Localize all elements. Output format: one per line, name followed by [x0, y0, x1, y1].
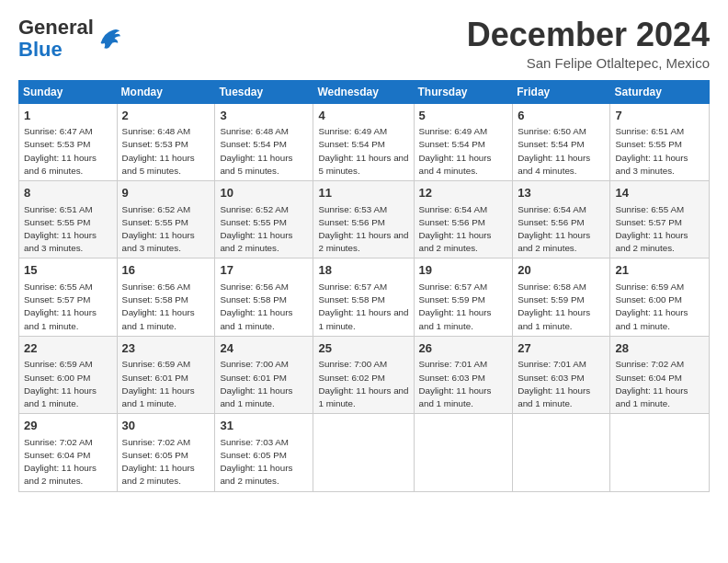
day-number: 21 — [615, 262, 704, 279]
calendar-cell: 21 Sunrise: 6:59 AMSunset: 6:00 PMDaylig… — [610, 259, 710, 336]
cell-info: Sunrise: 6:52 AMSunset: 5:55 PMDaylight:… — [220, 204, 292, 254]
day-number: 13 — [518, 185, 605, 201]
day-number: 27 — [518, 340, 605, 357]
weekday-header: Monday — [117, 80, 215, 103]
cell-info: Sunrise: 6:54 AMSunset: 5:56 PMDaylight:… — [518, 204, 590, 254]
day-number: 22 — [24, 340, 112, 357]
calendar-cell: 3 Sunrise: 6:48 AMSunset: 5:54 PMDayligh… — [215, 103, 313, 180]
calendar-cell: 13 Sunrise: 6:54 AMSunset: 5:56 PMDaylig… — [513, 181, 610, 259]
calendar-cell: 20 Sunrise: 6:58 AMSunset: 5:59 PMDaylig… — [513, 259, 610, 336]
cell-info: Sunrise: 7:02 AMSunset: 6:04 PMDaylight:… — [24, 437, 97, 487]
day-number: 9 — [122, 185, 210, 201]
calendar-cell: 22 Sunrise: 6:59 AMSunset: 6:00 PMDaylig… — [19, 336, 118, 413]
day-number: 3 — [220, 108, 308, 124]
day-number: 26 — [419, 340, 508, 357]
cell-info: Sunrise: 7:03 AMSunset: 6:05 PMDaylight:… — [220, 437, 292, 487]
day-number: 15 — [24, 262, 112, 279]
calendar-cell — [513, 414, 610, 491]
calendar-cell: 12 Sunrise: 6:54 AMSunset: 5:56 PMDaylig… — [414, 181, 513, 259]
day-number: 28 — [615, 340, 704, 357]
calendar-cell — [313, 414, 414, 491]
logo-line1: General — [18, 17, 94, 39]
day-number: 25 — [318, 340, 408, 357]
day-number: 8 — [24, 185, 112, 201]
day-number: 16 — [122, 262, 210, 279]
calendar-cell — [414, 414, 513, 491]
calendar-cell: 29 Sunrise: 7:02 AMSunset: 6:04 PMDaylig… — [19, 414, 118, 491]
calendar-table: SundayMondayTuesdayWednesdayThursdayFrid… — [18, 80, 710, 492]
day-number: 30 — [122, 418, 210, 434]
calendar-cell: 14 Sunrise: 6:55 AMSunset: 5:57 PMDaylig… — [610, 181, 710, 259]
cell-info: Sunrise: 6:48 AMSunset: 5:53 PMDaylight:… — [122, 126, 195, 176]
cell-info: Sunrise: 7:01 AMSunset: 6:03 PMDaylight:… — [518, 359, 590, 408]
day-number: 12 — [419, 185, 508, 201]
calendar-week-row: 8 Sunrise: 6:51 AMSunset: 5:55 PMDayligh… — [19, 181, 710, 259]
calendar-cell: 30 Sunrise: 7:02 AMSunset: 6:05 PMDaylig… — [117, 414, 215, 491]
cell-info: Sunrise: 7:01 AMSunset: 6:03 PMDaylight:… — [419, 359, 492, 408]
logo-area: General Blue — [18, 17, 121, 61]
page: General Blue December 2024 San Felipe Ot… — [0, 0, 728, 501]
calendar-cell: 2 Sunrise: 6:48 AMSunset: 5:53 PMDayligh… — [117, 103, 215, 180]
calendar-week-row: 1 Sunrise: 6:47 AMSunset: 5:53 PMDayligh… — [19, 103, 710, 180]
calendar-cell: 7 Sunrise: 6:51 AMSunset: 5:55 PMDayligh… — [610, 103, 710, 180]
day-number: 14 — [615, 185, 704, 201]
calendar-cell: 24 Sunrise: 7:00 AMSunset: 6:01 PMDaylig… — [215, 336, 313, 413]
calendar-cell: 8 Sunrise: 6:51 AMSunset: 5:55 PMDayligh… — [19, 181, 118, 259]
day-number: 2 — [122, 108, 210, 124]
weekday-header: Wednesday — [313, 80, 414, 103]
day-number: 19 — [419, 262, 508, 279]
day-number: 17 — [220, 262, 308, 279]
cell-info: Sunrise: 6:55 AMSunset: 5:57 PMDaylight:… — [615, 204, 688, 254]
calendar-cell: 18 Sunrise: 6:57 AMSunset: 5:58 PMDaylig… — [313, 259, 414, 336]
calendar-cell: 11 Sunrise: 6:53 AMSunset: 5:56 PMDaylig… — [313, 181, 414, 259]
weekday-header: Saturday — [610, 80, 710, 103]
cell-info: Sunrise: 6:54 AMSunset: 5:56 PMDaylight:… — [419, 204, 492, 254]
cell-info: Sunrise: 6:51 AMSunset: 5:55 PMDaylight:… — [615, 126, 688, 176]
weekday-header: Friday — [513, 80, 610, 103]
cell-info: Sunrise: 6:51 AMSunset: 5:55 PMDaylight:… — [24, 204, 97, 254]
calendar-cell: 25 Sunrise: 7:00 AMSunset: 6:02 PMDaylig… — [313, 336, 414, 413]
cell-info: Sunrise: 6:57 AMSunset: 5:58 PMDaylight:… — [318, 282, 408, 331]
day-number: 5 — [419, 108, 508, 124]
location-title: San Felipe Otlaltepec, Mexico — [467, 55, 710, 71]
calendar-cell: 9 Sunrise: 6:52 AMSunset: 5:55 PMDayligh… — [117, 181, 215, 259]
cell-info: Sunrise: 6:57 AMSunset: 5:59 PMDaylight:… — [419, 282, 492, 331]
weekday-header: Thursday — [414, 80, 513, 103]
cell-info: Sunrise: 6:47 AMSunset: 5:53 PMDaylight:… — [24, 126, 97, 176]
day-number: 7 — [615, 108, 704, 124]
cell-info: Sunrise: 7:02 AMSunset: 6:04 PMDaylight:… — [615, 359, 688, 408]
calendar-week-row: 15 Sunrise: 6:55 AMSunset: 5:57 PMDaylig… — [19, 259, 710, 336]
calendar-cell: 23 Sunrise: 6:59 AMSunset: 6:01 PMDaylig… — [117, 336, 215, 413]
weekday-header: Sunday — [19, 80, 118, 103]
cell-info: Sunrise: 6:52 AMSunset: 5:55 PMDaylight:… — [122, 204, 195, 254]
cell-info: Sunrise: 6:48 AMSunset: 5:54 PMDaylight:… — [220, 126, 292, 176]
logo-text: General Blue — [18, 17, 94, 61]
weekday-header: Tuesday — [215, 80, 313, 103]
title-area: December 2024 San Felipe Otlaltepec, Mex… — [467, 17, 710, 71]
calendar-cell: 16 Sunrise: 6:56 AMSunset: 5:58 PMDaylig… — [117, 259, 215, 336]
cell-info: Sunrise: 7:00 AMSunset: 6:02 PMDaylight:… — [318, 359, 408, 408]
day-number: 18 — [318, 262, 408, 279]
day-number: 11 — [318, 185, 408, 201]
day-number: 23 — [122, 340, 210, 357]
calendar-cell: 1 Sunrise: 6:47 AMSunset: 5:53 PMDayligh… — [19, 103, 118, 180]
logo-line2: Blue — [18, 39, 94, 61]
logo-bird-icon — [96, 26, 121, 52]
cell-info: Sunrise: 7:00 AMSunset: 6:01 PMDaylight:… — [220, 359, 292, 408]
calendar-week-row: 22 Sunrise: 6:59 AMSunset: 6:00 PMDaylig… — [19, 336, 710, 413]
cell-info: Sunrise: 6:53 AMSunset: 5:56 PMDaylight:… — [318, 204, 408, 254]
cell-info: Sunrise: 6:58 AMSunset: 5:59 PMDaylight:… — [518, 282, 590, 331]
cell-info: Sunrise: 6:49 AMSunset: 5:54 PMDaylight:… — [318, 126, 408, 176]
cell-info: Sunrise: 6:50 AMSunset: 5:54 PMDaylight:… — [518, 126, 590, 176]
cell-info: Sunrise: 6:56 AMSunset: 5:58 PMDaylight:… — [122, 282, 195, 331]
calendar-cell: 4 Sunrise: 6:49 AMSunset: 5:54 PMDayligh… — [313, 103, 414, 180]
day-number: 6 — [518, 108, 605, 124]
calendar-week-row: 29 Sunrise: 7:02 AMSunset: 6:04 PMDaylig… — [19, 414, 710, 491]
day-number: 29 — [24, 418, 112, 434]
calendar-cell — [610, 414, 710, 491]
calendar-cell: 26 Sunrise: 7:01 AMSunset: 6:03 PMDaylig… — [414, 336, 513, 413]
calendar-cell: 28 Sunrise: 7:02 AMSunset: 6:04 PMDaylig… — [610, 336, 710, 413]
calendar-cell: 19 Sunrise: 6:57 AMSunset: 5:59 PMDaylig… — [414, 259, 513, 336]
day-number: 31 — [220, 418, 308, 434]
calendar-cell: 15 Sunrise: 6:55 AMSunset: 5:57 PMDaylig… — [19, 259, 118, 336]
